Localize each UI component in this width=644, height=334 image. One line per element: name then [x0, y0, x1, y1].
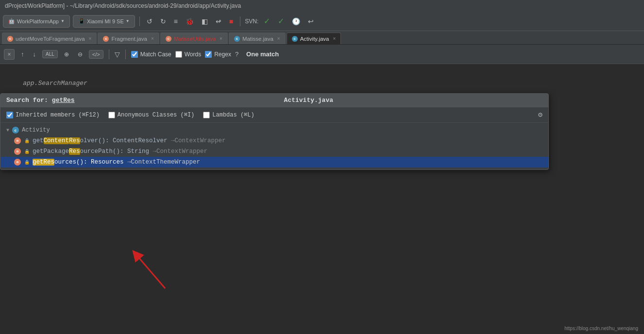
- highlight-match2: Res: [69, 137, 80, 144]
- inherited-members-label: Inherited members (⌘F12): [16, 111, 100, 118]
- search-minus-button[interactable]: ⊖: [75, 50, 85, 59]
- tab-matisse[interactable]: c Matisse.java ×: [229, 33, 286, 44]
- chevron-down-icon: ▼: [126, 19, 130, 23]
- code-area: app.SearchManager nSearchRequested( @Nul…: [0, 64, 644, 334]
- close-icon[interactable]: ×: [89, 36, 92, 41]
- search-toolbar: × ↑ ↓ ALL ⊕ ⊖ </> ▽ Match Case Words Reg…: [0, 45, 644, 64]
- svg-line-1: [136, 254, 165, 288]
- chevron-icon[interactable]: ▼: [6, 128, 9, 133]
- regex-label: Regex: [214, 51, 231, 58]
- code-text: app.SearchManager: [23, 80, 87, 87]
- words-checkbox[interactable]: [175, 51, 182, 58]
- match-case-checkbox[interactable]: [131, 51, 138, 58]
- search-close-button[interactable]: ×: [4, 49, 15, 60]
- tab-activity[interactable]: c Activity.java ×: [287, 33, 341, 44]
- words-checkbox-label[interactable]: Words: [175, 51, 201, 58]
- match-case-checkbox-label[interactable]: Match Case: [131, 51, 171, 58]
- method-icon: m: [14, 148, 21, 155]
- tab-label: Activity.java: [300, 36, 329, 42]
- search-for-value: getRes: [52, 97, 75, 104]
- completion-item-2[interactable]: m 🔒 getPackageResourcePath(): String →Co…: [0, 146, 548, 157]
- regex-checkbox[interactable]: [205, 51, 212, 58]
- arrow-annotation: [126, 245, 185, 295]
- lock-icon: 🔒: [24, 149, 30, 154]
- build-button[interactable]: ≡: [171, 15, 180, 28]
- completion-text: getResources(): Resources →ContextThemeW…: [33, 159, 200, 166]
- class-name: Activity: [22, 127, 50, 134]
- close-icon[interactable]: ×: [151, 36, 154, 41]
- search-code-button[interactable]: </>: [89, 50, 103, 59]
- tab-fragment[interactable]: c Fragment.java ×: [98, 33, 159, 44]
- match-case-label: Match Case: [140, 51, 171, 58]
- separator: [109, 50, 109, 59]
- app-selector[interactable]: 🤖 WorkPlatformApp ▼: [3, 15, 70, 28]
- popup-options: Inherited members (⌘F12) Anonymous Class…: [0, 107, 548, 123]
- tab-label: Matisse.java: [242, 36, 273, 42]
- popup-header: Search for: getRes Activity.java: [0, 94, 548, 107]
- arrow-svg: [126, 245, 185, 293]
- search-next-button[interactable]: ↓: [31, 50, 39, 59]
- anonymous-classes-checkbox[interactable]: [108, 112, 115, 118]
- separator: [139, 17, 140, 26]
- lambdas-checkbox[interactable]: [203, 112, 210, 118]
- svn-update-button[interactable]: ✓: [261, 15, 272, 28]
- device-selector[interactable]: 📱 Xiaomi MI 9 SE ▼: [73, 15, 135, 28]
- close-icon[interactable]: ×: [333, 36, 336, 41]
- svn-label: SVN:: [245, 18, 258, 25]
- completion-item-1[interactable]: m 🔒 getContentResolver(): ContentResolve…: [0, 135, 548, 146]
- tab-icon-c: c: [7, 36, 13, 42]
- tab-label: udentMoveToFragment.java: [16, 36, 85, 42]
- lock-icon: 🔒: [24, 159, 30, 165]
- debug-button[interactable]: 🐞: [183, 15, 196, 28]
- autocomplete-popup: Search for: getRes Activity.java Inherit…: [0, 93, 549, 170]
- completion-text: getPackageResourcePath(): String →Contex…: [33, 148, 207, 155]
- tabs-bar: c udentMoveToFragment.java × c Fragment.…: [0, 31, 644, 45]
- filter-icon[interactable]: ▽: [115, 50, 120, 58]
- help-button[interactable]: ?: [235, 50, 238, 58]
- chevron-down-icon: ▼: [61, 19, 65, 23]
- svn-history-button[interactable]: 🕐: [289, 15, 303, 28]
- completion-list: ▼ c Activity m 🔒 getContentResolver(): C…: [0, 123, 548, 169]
- popup-title: Activity.java: [75, 97, 542, 104]
- inherited-members-checkbox-label[interactable]: Inherited members (⌘F12): [6, 111, 100, 118]
- run-with-coverage-button[interactable]: ↻: [158, 15, 169, 28]
- completion-item-3[interactable]: m 🔒 getResources(): Resources →ContextTh…: [0, 157, 548, 167]
- attach-button[interactable]: ◧: [199, 15, 210, 28]
- separator: [125, 50, 126, 59]
- search-find-all-button[interactable]: ALL: [42, 50, 58, 58]
- tab-label: MatisseUtils.java: [174, 36, 216, 42]
- tab-matisse-utils[interactable]: c MatisseUtils.java ×: [160, 33, 228, 44]
- svn-commit-button[interactable]: ✓: [275, 15, 287, 28]
- tab-label: Fragment.java: [111, 36, 147, 42]
- search-prev-button[interactable]: ↑: [18, 50, 27, 59]
- method-icon: m: [14, 159, 21, 166]
- close-icon[interactable]: ×: [220, 36, 222, 41]
- watermark: https://blog.csdn.net/hu_wenqiang: [564, 326, 638, 331]
- highlight-match: Res: [69, 148, 80, 155]
- lock-icon: 🔒: [24, 138, 30, 144]
- main-toolbar: 🤖 WorkPlatformApp ▼ 📱 Xiaomi MI 9 SE ▼ ↺…: [0, 12, 644, 31]
- completion-text: getContentResolver(): ContentResolver →C…: [33, 137, 226, 144]
- title-bar: dProject/WorkPlatform] - ~/Library/Andro…: [0, 0, 644, 12]
- section-header-activity: ▼ c Activity: [0, 125, 548, 135]
- profile-button[interactable]: ↫: [213, 15, 224, 28]
- close-icon[interactable]: ×: [277, 36, 280, 41]
- match-result: One match: [246, 50, 279, 58]
- tab-student-move[interactable]: c udentMoveToFragment.java ×: [2, 33, 97, 44]
- regex-checkbox-label[interactable]: Regex: [205, 51, 231, 58]
- highlight-match: Content: [44, 137, 69, 144]
- lambdas-checkbox-label[interactable]: Lambdas (⌘L): [203, 111, 254, 118]
- lambdas-label: Lambdas (⌘L): [212, 111, 254, 118]
- gear-icon[interactable]: ⚙: [538, 110, 542, 119]
- stop-button[interactable]: ■: [227, 15, 236, 28]
- highlight-match: getRes: [33, 159, 54, 166]
- run-button[interactable]: ↺: [144, 15, 155, 28]
- method-icon: m: [14, 137, 21, 144]
- inherited-members-checkbox[interactable]: [6, 112, 13, 118]
- title-text: dProject/WorkPlatform] - ~/Library/Andro…: [5, 2, 241, 9]
- svn-revert-button[interactable]: ↩: [305, 15, 316, 28]
- words-label: Words: [185, 51, 201, 58]
- anonymous-classes-checkbox-label[interactable]: Anonymous Classes (⌘I): [108, 111, 194, 118]
- search-plus-button[interactable]: ⊕: [62, 50, 71, 59]
- anonymous-classes-label: Anonymous Classes (⌘I): [118, 111, 194, 118]
